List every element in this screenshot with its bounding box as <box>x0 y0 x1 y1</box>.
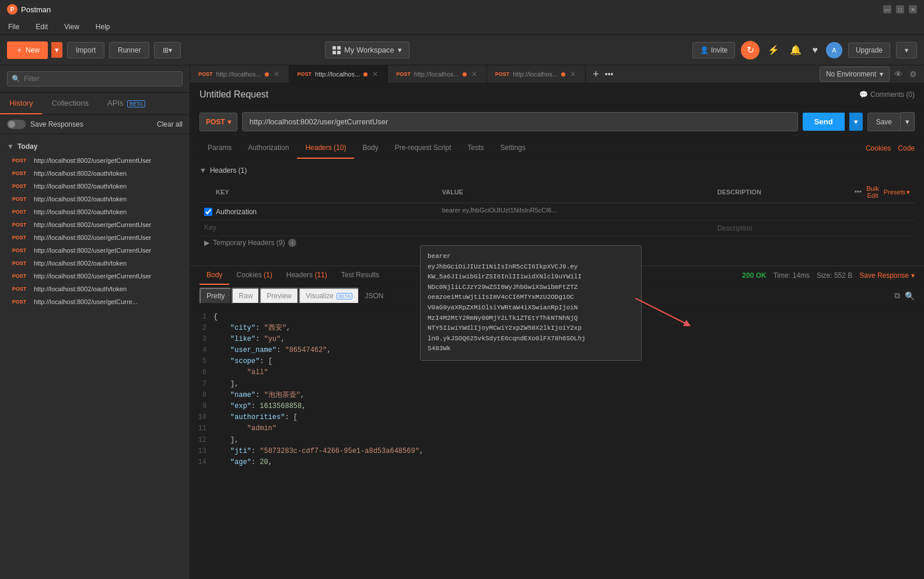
tab-authorization[interactable]: Authorization <box>240 138 297 159</box>
list-item[interactable]: POST http://localhost:8002/oauth/token <box>0 205 190 218</box>
list-item[interactable]: POST http://localhost:8002/oauth/token <box>0 282 190 295</box>
header-checkbox[interactable] <box>204 208 212 216</box>
request-tab-3[interactable]: POST http://localhos... ✕ <box>388 65 487 83</box>
info-icon[interactable]: i <box>288 239 296 247</box>
clear-all-button[interactable]: Clear all <box>157 120 183 128</box>
interceptor-icon[interactable]: ⚡ <box>765 42 782 58</box>
response-tab-headers[interactable]: Headers (11) <box>279 266 334 285</box>
menu-view[interactable]: View <box>61 20 83 33</box>
list-item[interactable]: POST http://localhost:8002/oauth/token <box>0 257 190 270</box>
runner-button[interactable]: Runner <box>109 42 149 58</box>
save-responses-toggle-switch[interactable] <box>7 120 26 129</box>
import-button[interactable]: Import <box>67 42 104 58</box>
today-section-header[interactable]: ▼ Today <box>0 139 190 154</box>
header-value-cell[interactable]: bearer eyJhbGciOiJIUzI1NiIsInR5cCI6... <box>438 203 713 221</box>
format-pretty-button[interactable]: Pretty <box>200 288 232 304</box>
sidebar-tab-apis[interactable]: APIs BETA <box>98 93 155 114</box>
sidebar-tab-collections[interactable]: Collections <box>42 93 98 114</box>
menu-edit[interactable]: Edit <box>32 20 51 33</box>
environment-dropdown[interactable]: No Environment ▾ <box>820 67 890 82</box>
request-tab-1[interactable]: POST http://localhos... ✕ <box>190 65 289 83</box>
tab-headers[interactable]: Headers (10) <box>297 138 354 159</box>
upgrade-dropdown-button[interactable]: ▾ <box>896 42 917 58</box>
list-item[interactable]: POST http://localhost:8002/user/getCurre… <box>0 244 190 257</box>
url-input[interactable] <box>242 112 798 131</box>
list-item[interactable]: POST http://localhost:8002/user/getCurre… <box>0 270 190 282</box>
tab-body[interactable]: Body <box>354 138 386 159</box>
tab-tests[interactable]: Tests <box>460 138 492 159</box>
format-visualize-button[interactable]: Visualize BETA <box>299 288 359 304</box>
send-dropdown-button[interactable]: ▾ <box>849 113 863 131</box>
list-item[interactable]: POST http://localhost:8002/oauth/token <box>0 180 190 193</box>
response-tab-body[interactable]: Body <box>200 266 229 285</box>
request-tab-2[interactable]: POST http://localhos... ✕ <box>289 65 388 83</box>
close-tab-icon[interactable]: ✕ <box>569 70 577 78</box>
format-type-label[interactable]: JSON <box>359 289 390 303</box>
sync-icon[interactable]: ↻ <box>741 41 760 60</box>
close-tab-icon[interactable]: ✕ <box>272 70 281 78</box>
menu-help[interactable]: Help <box>92 20 114 33</box>
save-dropdown-button[interactable]: ▾ <box>901 112 915 131</box>
more-tabs-button[interactable]: ••• <box>605 69 614 79</box>
list-item[interactable]: POST http://localhost:8002/user/getCurre… <box>0 231 190 244</box>
save-response-button[interactable]: Save Response ▾ <box>859 271 915 280</box>
list-item[interactable]: POST http://localhost:8002/user/getCurre… <box>0 218 190 231</box>
description-column-header: DESCRIPTION <box>713 182 850 203</box>
method-select[interactable]: POST ▾ <box>200 113 237 131</box>
headers-section-toggle[interactable]: ▼ Headers (1) <box>200 164 915 177</box>
search-input[interactable] <box>7 71 183 86</box>
list-item[interactable]: POST http://localhost:8002/user/getCurre… <box>0 154 190 167</box>
headers-more-button[interactable]: ••• <box>855 188 862 196</box>
menu-file[interactable]: File <box>5 20 23 33</box>
tab-params[interactable]: Params <box>200 138 240 159</box>
environment-label: No Environment <box>826 70 876 78</box>
copy-response-button[interactable]: ⧉ <box>894 291 900 301</box>
layout-button[interactable]: ⊞▾ <box>154 42 181 58</box>
list-item[interactable]: POST http://localhost:8002/user/getCurre… <box>0 295 190 308</box>
new-button[interactable]: ＋ New <box>7 41 48 59</box>
sidebar-tab-history[interactable]: History <box>0 93 42 114</box>
add-key-cell[interactable]: Key <box>200 220 438 236</box>
bulk-edit-button[interactable]: Bulk Edit <box>866 185 878 199</box>
tabs-bar: POST http://localhos... ✕ POST http://lo… <box>190 65 924 83</box>
response-tab-cookies[interactable]: Cookies (1) <box>229 266 279 285</box>
send-button[interactable]: Send <box>803 113 845 131</box>
avatar[interactable]: A <box>826 42 842 58</box>
list-item[interactable]: POST http://localhost:8002/oauth/token <box>0 167 190 180</box>
method-badge: POST <box>9 196 29 203</box>
maximize-button[interactable]: □ <box>896 5 904 13</box>
invite-button[interactable]: 👤 Invite <box>692 42 736 58</box>
presets-button[interactable]: Presets ▾ <box>884 189 910 196</box>
bearer-tooltip: bearer eyJhbGciOiJIUzI1NiIsInR5cCI6IkpXV… <box>420 245 642 361</box>
method-badge: POST <box>9 208 29 215</box>
unsaved-dot <box>265 72 269 76</box>
heart-icon[interactable]: ♥ <box>810 43 820 58</box>
response-tab-test-results[interactable]: Test Results <box>334 266 386 285</box>
environment-settings-button[interactable]: ⚙ <box>907 67 919 81</box>
close-tab-icon[interactable]: ✕ <box>470 70 478 78</box>
cookies-link[interactable]: Cookies <box>866 138 891 158</box>
save-button[interactable]: Save <box>867 113 901 131</box>
code-link[interactable]: Code <box>898 138 915 158</box>
search-response-button[interactable]: 🔍 <box>905 291 915 301</box>
environment-view-button[interactable]: 👁 <box>892 67 905 81</box>
close-tab-icon[interactable]: ✕ <box>371 70 379 78</box>
tests-tab-label: Tests <box>468 144 484 152</box>
request-tab-4[interactable]: POST http://localhos... ✕ <box>487 65 586 83</box>
tab-settings[interactable]: Settings <box>492 138 534 159</box>
list-item[interactable]: POST http://localhost:8002/oauth/token <box>0 193 190 205</box>
minimize-button[interactable]: — <box>883 5 891 13</box>
headers-table: KEY VALUE DESCRIPTION ••• Bulk Edit Pres… <box>200 182 915 236</box>
comments-link[interactable]: 💬 Comments (0) <box>859 90 915 99</box>
format-raw-button[interactable]: Raw <box>232 288 260 304</box>
new-dropdown-button[interactable]: ▾ <box>51 42 62 58</box>
notifications-icon[interactable]: 🔔 <box>788 42 804 58</box>
line-content: "name": "泡泡茶壶", <box>214 390 304 401</box>
add-value-cell[interactable] <box>438 220 713 236</box>
upgrade-button[interactable]: Upgrade <box>848 43 890 58</box>
format-preview-button[interactable]: Preview <box>260 288 299 304</box>
workspace-button[interactable]: My Workspace ▾ <box>325 41 410 58</box>
tab-prerequest[interactable]: Pre-request Script <box>387 138 460 159</box>
close-button[interactable]: ✕ <box>909 5 917 13</box>
add-tab-button[interactable]: + <box>590 66 601 83</box>
